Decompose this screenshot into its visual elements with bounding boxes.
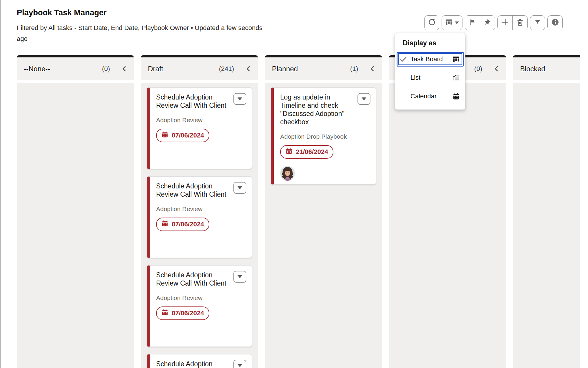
kanban-icon	[445, 19, 453, 27]
task-playbook: Adoption Drop Playbook	[280, 133, 370, 140]
flag-pin-button-group	[465, 15, 495, 30]
column-top-bar	[265, 55, 382, 57]
caret-down-icon	[238, 97, 242, 100]
task-title: Schedule Adoption Review Call With Clien…	[156, 182, 230, 198]
flag-icon	[469, 19, 476, 27]
filter-summary-line2: ago	[17, 35, 28, 42]
menu-item-list[interactable]: List	[397, 70, 464, 85]
page-title: Playbook Task Manager	[17, 8, 107, 17]
column-blocked: Blocked	[513, 55, 580, 368]
card-menu-button[interactable]	[233, 360, 246, 368]
board-toolbar	[424, 15, 563, 30]
display-as-button[interactable]	[442, 15, 462, 30]
collapse-column-button[interactable]	[493, 66, 500, 72]
menu-item-calendar[interactable]: Calendar	[397, 89, 464, 104]
card-menu-button[interactable]	[358, 93, 370, 105]
flag-button[interactable]	[465, 16, 480, 30]
column-none: --None-- (0)	[17, 55, 134, 368]
caret-down-icon	[238, 186, 242, 189]
task-playbook: Adoption Review	[156, 205, 246, 213]
column-count: (0)	[474, 65, 482, 73]
due-date-badge: 07/06/2024	[156, 306, 209, 320]
column-count: (1)	[350, 65, 358, 73]
column-top-bar	[141, 55, 258, 57]
check-icon	[400, 55, 410, 63]
refresh-icon	[428, 18, 436, 27]
card-menu-button[interactable]	[233, 93, 246, 105]
column-header: Blocked	[513, 57, 580, 80]
task-card[interactable]: Schedule Adoption Review Call With Clien…	[147, 354, 252, 368]
due-date: 07/06/2024	[172, 309, 204, 317]
caret-down-icon	[238, 364, 242, 367]
menu-item-label: Task Board	[410, 55, 443, 63]
column-planned: Planned (1) Log as update in Timeline an…	[265, 55, 382, 368]
info-button[interactable]	[547, 15, 563, 30]
task-title: Log as update in Timeline and check "Dis…	[280, 93, 354, 126]
column-top-bar	[17, 55, 134, 57]
task-card[interactable]: Schedule Adoption Review Call With Clien…	[147, 265, 252, 347]
menu-item-task-board[interactable]: Task Board	[397, 52, 464, 67]
task-title: Schedule Adoption Review Call With Clien…	[156, 93, 230, 110]
column-count: (241)	[219, 65, 234, 73]
column-body: Log as update in Timeline and check "Dis…	[265, 83, 382, 368]
refresh-button[interactable]	[424, 15, 439, 30]
calendar-icon	[452, 93, 460, 100]
due-date-badge: 21/06/2024	[280, 145, 333, 159]
caret-down-icon	[238, 275, 242, 278]
task-title: Schedule Adoption Review Call With Clien…	[156, 360, 230, 368]
collapse-column-button[interactable]	[369, 66, 375, 72]
filter-icon	[534, 19, 542, 27]
calendar-icon	[161, 131, 168, 140]
column-name: Planned	[272, 65, 298, 73]
delete-button[interactable]	[512, 16, 527, 30]
list-check-icon	[452, 74, 460, 82]
task-board: --None-- (0) Draft (241) Schedule Adopti…	[17, 55, 580, 368]
due-date: 21/06/2024	[296, 148, 328, 156]
column-header: --None-- (0)	[17, 57, 134, 80]
collapse-column-button[interactable]	[245, 66, 251, 72]
column-header: Planned (1)	[265, 57, 382, 80]
menu-item-label: Calendar	[410, 92, 437, 100]
display-as-menu: Display as Task Board List	[395, 33, 465, 110]
task-card[interactable]: Schedule Adoption Review Call With Clien…	[147, 87, 252, 169]
add-button[interactable]	[498, 16, 512, 30]
trash-icon	[516, 19, 524, 27]
column-body	[17, 83, 134, 368]
add-delete-button-group	[497, 15, 528, 30]
task-card[interactable]: Schedule Adoption Review Call With Clien…	[147, 176, 252, 258]
column-name: --None--	[24, 65, 50, 73]
column-draft: Draft (241) Schedule Adoption Review Cal…	[141, 55, 258, 368]
filter-summary: Filtered by All tasks - Start Date, End …	[17, 22, 299, 44]
card-menu-button[interactable]	[233, 271, 246, 283]
column-header: Draft (241)	[141, 57, 258, 80]
column-name: Blocked	[520, 65, 545, 73]
task-playbook: Adoption Review	[156, 117, 246, 124]
pin-icon	[484, 19, 491, 27]
due-date: 07/06/2024	[172, 132, 204, 139]
pin-button[interactable]	[480, 16, 495, 30]
kanban-icon	[452, 56, 460, 63]
column-count: (0)	[102, 65, 110, 73]
window-left-border	[0, 0, 1, 368]
column-top-bar	[513, 55, 580, 57]
info-icon	[551, 18, 559, 27]
assignee-avatar	[280, 166, 295, 181]
due-date: 07/06/2024	[172, 221, 204, 228]
filter-summary-line1: Filtered by All tasks - Start Date, End …	[17, 24, 263, 32]
calendar-icon	[285, 147, 293, 156]
column-name: Draft	[148, 65, 163, 73]
caret-down-icon	[455, 21, 459, 24]
task-playbook: Adoption Review	[156, 294, 246, 301]
collapse-column-button[interactable]	[121, 66, 127, 72]
task-card[interactable]: Log as update in Timeline and check "Dis…	[271, 87, 376, 185]
caret-down-icon	[362, 97, 366, 100]
card-menu-button[interactable]	[233, 182, 246, 194]
column-body	[389, 83, 506, 368]
filter-button[interactable]	[530, 15, 545, 30]
task-title: Schedule Adoption Review Call With Clien…	[156, 271, 230, 287]
column-body	[513, 83, 580, 368]
calendar-icon	[161, 309, 168, 318]
due-date-badge: 07/06/2024	[156, 129, 209, 142]
display-as-menu-title: Display as	[403, 39, 464, 47]
plus-icon	[501, 18, 509, 27]
